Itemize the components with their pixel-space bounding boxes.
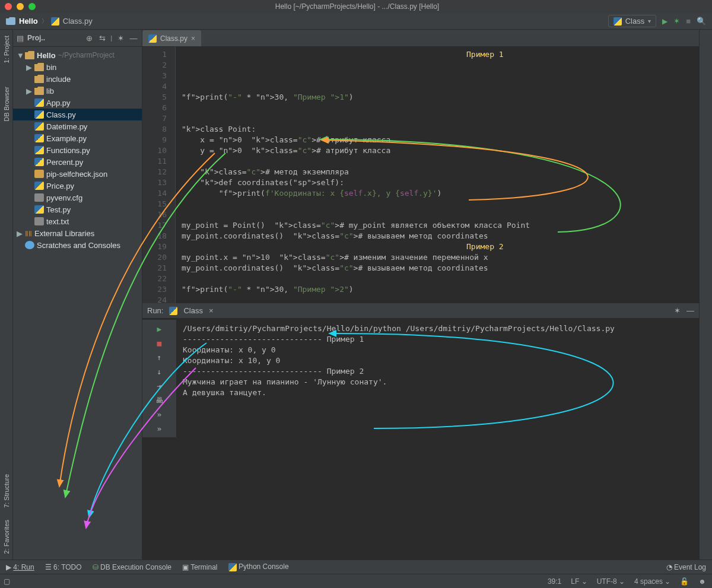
hide-run-icon[interactable]: —: [686, 306, 694, 315]
tree-node[interactable]: ▶bin: [13, 61, 142, 73]
down-icon[interactable]: ↓: [154, 366, 166, 377]
window-controls: [5, 3, 36, 10]
code-editor[interactable]: 1234567891011121314151617181920212223242…: [142, 47, 699, 303]
tree-node[interactable]: Functions.py: [13, 144, 142, 156]
python-file-icon: [51, 17, 59, 26]
run-tab-label[interactable]: Class: [183, 306, 203, 315]
editor-tab-label: Class.py: [160, 34, 187, 43]
soft-wrap-icon[interactable]: ⇥: [154, 380, 166, 391]
up-icon[interactable]: ↑: [154, 352, 166, 363]
run-config-selector[interactable]: Class ▾: [608, 15, 657, 27]
rail-db-browser[interactable]: DB Browser: [3, 87, 10, 122]
workspace: 1: Project DB Browser 7: Structure 2: Fa…: [0, 30, 712, 560]
run-button[interactable]: ▶: [662, 17, 668, 26]
collapse-all-icon[interactable]: ⇆: [97, 33, 107, 43]
tree-node[interactable]: App.py: [13, 97, 142, 109]
code-content[interactable]: Пример 1 Пример 2 "f">print("-" * "n">30…: [176, 47, 699, 303]
project-tree[interactable]: ▼Hello ~/PycharmProject▶bininclude▶libAp…: [13, 47, 142, 560]
toolbar-db[interactable]: ⛁ DB Execution Console: [93, 563, 171, 571]
navigation-bar: Hello 〉 Class.py Class ▾ ▶ ✶ ■ 🔍: [0, 13, 712, 30]
run-config-label: Class: [625, 17, 645, 26]
breadcrumb-project[interactable]: Hello: [19, 17, 38, 26]
chevron-down-icon: ▾: [648, 18, 651, 24]
more2-icon[interactable]: »: [154, 423, 166, 434]
editor-tabs: Class.py ×: [142, 30, 699, 47]
more-icon[interactable]: »: [154, 409, 166, 419]
status-encoding[interactable]: UTF-8 ⌄: [597, 577, 625, 586]
hide-panel-icon[interactable]: —: [129, 33, 138, 43]
tree-node[interactable]: Example.py: [13, 132, 142, 144]
close-window-icon[interactable]: [5, 3, 12, 10]
bottom-toolbar: ▶ 4: Run ☰ 6: TODO ⛁ DB Execution Consol…: [0, 560, 712, 574]
project-panel-type-icon[interactable]: ▤: [17, 34, 24, 43]
maximize-window-icon[interactable]: [28, 3, 36, 10]
os-titlebar: Hello [~/PycharmProjects/Hello] - .../Cl…: [0, 0, 712, 13]
rail-project[interactable]: 1: Project: [3, 36, 10, 63]
rail-favorites[interactable]: 2: Favorites: [3, 520, 10, 554]
rail-structure[interactable]: 7: Structure: [3, 474, 10, 508]
tree-node[interactable]: Class.py: [13, 109, 142, 120]
window-title: Hello [~/PycharmProjects/Hello] - .../Cl…: [36, 2, 679, 11]
python-file-icon: [614, 17, 622, 26]
status-line-sep[interactable]: LF ⌄: [571, 577, 587, 586]
python-file-icon: [169, 307, 177, 315]
run-output[interactable]: /Users/dmitriy/PycharmProjects/Hello/bin…: [177, 320, 699, 437]
right-tool-rail: [699, 30, 712, 560]
toolbar-pyconsole[interactable]: Python Console: [228, 562, 289, 571]
tree-node[interactable]: pyvenv.cfg: [13, 192, 142, 204]
toolbar-terminal[interactable]: ▣ Terminal: [182, 563, 217, 571]
status-lock-icon[interactable]: 🔓: [680, 577, 689, 586]
annotation-example-1: Пример 1: [466, 49, 504, 60]
tree-node[interactable]: Test.py: [13, 204, 142, 215]
status-bar: ▢ 39:1 LF ⌄ UTF-8 ⌄ 4 spaces ⌄ 🔓 ☻: [0, 574, 712, 588]
project-panel-header: ▤ Proj.. ⊕ ⇆ | ✶ —: [13, 30, 142, 47]
editor-tab-class[interactable]: Class.py ×: [142, 30, 201, 46]
search-everywhere-icon[interactable]: 🔍: [697, 17, 706, 26]
run-tool-window: Run: Class × ✶ — ▶ ■ ↑ ↓ ⇥ 🖶 » »: [142, 303, 699, 560]
toolbar-todo[interactable]: ☰ 6: TODO: [45, 563, 82, 571]
tree-node[interactable]: ▶lib: [13, 85, 142, 97]
close-tab-icon[interactable]: ×: [191, 34, 195, 43]
minimize-window-icon[interactable]: [17, 3, 24, 10]
tree-node[interactable]: text.txt: [13, 215, 142, 227]
toolbar-eventlog[interactable]: ◔ Event Log: [666, 563, 706, 571]
status-indent[interactable]: 4 spaces ⌄: [634, 577, 670, 586]
tree-node[interactable]: Percent.py: [13, 156, 142, 168]
chevron-right-icon: 〉: [42, 17, 47, 26]
project-panel: ▤ Proj.. ⊕ ⇆ | ✶ — ▼Hello ~/PycharmProje…: [13, 30, 142, 560]
separator: |: [110, 35, 112, 42]
project-folder-icon: [6, 17, 15, 25]
python-file-icon: [148, 34, 157, 43]
annotation-example-2: Пример 2: [466, 241, 504, 252]
run-title: Run:: [147, 306, 163, 315]
settings-icon[interactable]: ✶: [116, 33, 125, 43]
editor-area: Class.py × 12345678910111213141516171819…: [142, 30, 699, 560]
tree-node[interactable]: include: [13, 73, 142, 85]
toggle-toolwindows-icon[interactable]: ▢: [4, 577, 10, 586]
tree-node[interactable]: ▶⫴⫴External Libraries: [13, 227, 142, 239]
tree-node[interactable]: ▼Hello ~/PycharmProject: [13, 49, 142, 61]
locate-icon[interactable]: ⊕: [84, 33, 94, 43]
run-side-toolbar: ▶ ■ ↑ ↓ ⇥ 🖶 » »: [142, 320, 177, 437]
debug-button[interactable]: ✶: [673, 17, 680, 26]
print-icon[interactable]: 🖶: [154, 395, 166, 405]
line-number-gutter[interactable]: 1234567891011121314151617181920212223242…: [142, 47, 176, 303]
status-hector-icon[interactable]: ☻: [698, 577, 706, 586]
tree-node[interactable]: Scratches and Consoles: [13, 239, 142, 251]
rerun-button[interactable]: ▶: [154, 323, 166, 334]
status-caret-pos[interactable]: 39:1: [548, 577, 561, 586]
stop-button[interactable]: ■: [686, 17, 691, 26]
tree-node[interactable]: Datetime.py: [13, 120, 142, 132]
toolbar-run[interactable]: ▶ 4: Run: [6, 563, 34, 571]
stop-run-button[interactable]: ■: [154, 338, 166, 348]
tree-node[interactable]: pip-selfcheck.json: [13, 168, 142, 180]
breadcrumb-file[interactable]: Class.py: [63, 17, 93, 26]
close-run-tab-icon[interactable]: ×: [209, 306, 214, 315]
run-settings-icon[interactable]: ✶: [674, 306, 681, 315]
tree-node[interactable]: Price.py: [13, 180, 142, 192]
left-tool-rail: 1: Project DB Browser 7: Structure 2: Fa…: [0, 30, 13, 560]
project-panel-title[interactable]: Proj..: [27, 34, 81, 42]
